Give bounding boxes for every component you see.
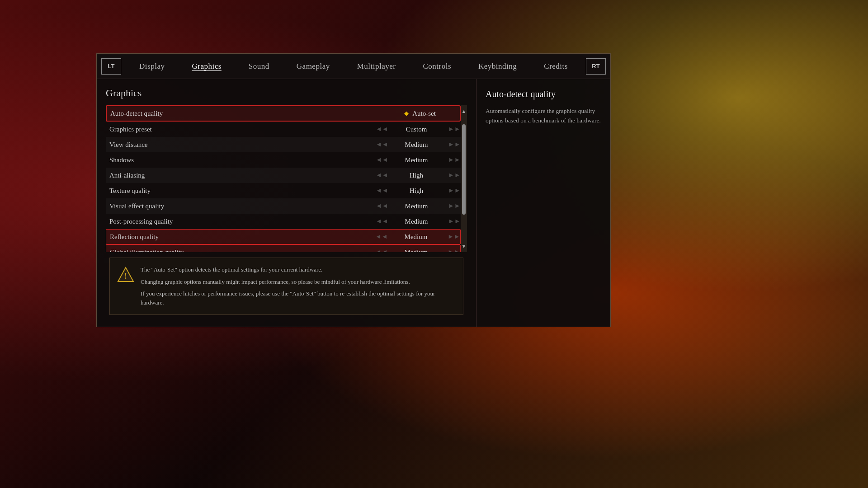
setting-value-global-illumination: Medium xyxy=(384,249,448,253)
shadows-arrow-left[interactable]: ◄ xyxy=(376,157,385,163)
graphics-preset-arrow-right[interactable]: ► xyxy=(448,126,457,132)
setting-row-graphics-preset[interactable]: Graphics preset ◄ Custom ► xyxy=(106,122,461,137)
visual-effect-arrow-right[interactable]: ► xyxy=(448,203,457,209)
tab-sound[interactable]: Sound xyxy=(235,54,283,79)
tab-keybinding[interactable]: Keybinding xyxy=(465,54,530,79)
setting-value-view-distance: Medium xyxy=(385,141,448,149)
nav-right-button[interactable]: RT xyxy=(586,58,606,75)
setting-value-shadows: Medium xyxy=(385,156,448,164)
setting-row-texture-quality[interactable]: Texture quality ◄ High ► xyxy=(106,183,461,198)
content-area: Graphics Auto-detect quality ◆ Auto-set … xyxy=(97,79,610,327)
auto-set-text: Auto-set xyxy=(412,110,436,117)
info-line1: The "Auto-Set" option detects the optima… xyxy=(141,265,455,274)
info-box: ! The "Auto-Set" option detects the opti… xyxy=(109,258,463,315)
warning-icon: ! xyxy=(117,266,134,283)
setting-label-post-processing: Post-processing quality xyxy=(109,218,376,225)
setting-value-texture-quality: High xyxy=(385,187,448,195)
setting-label-texture-quality: Texture quality xyxy=(109,187,376,195)
panel-title: Graphics xyxy=(106,87,467,99)
info-text: The "Auto-Set" option detects the optima… xyxy=(141,265,455,307)
right-panel: Auto-detect quality Automatically config… xyxy=(476,79,610,327)
tab-controls[interactable]: Controls xyxy=(409,54,465,79)
setting-label-graphics-preset: Graphics preset xyxy=(109,126,376,133)
anti-aliasing-arrow-right[interactable]: ► xyxy=(448,172,457,178)
view-distance-arrow-left[interactable]: ◄ xyxy=(376,141,385,148)
setting-row-global-illumination[interactable]: Global illumination quality ◄ Medium ► xyxy=(106,244,461,252)
nav-bar: LT Display Graphics Sound Gameplay Multi… xyxy=(97,54,610,79)
post-processing-arrow-left[interactable]: ◄ xyxy=(376,218,385,225)
global-illumination-arrow-right[interactable]: ► xyxy=(448,249,457,252)
detail-title: Auto-detect quality xyxy=(486,89,601,99)
setting-label-visual-effect: Visual effect quality xyxy=(109,202,376,210)
scroll-up-arrow[interactable]: ▲ xyxy=(462,107,467,115)
texture-quality-arrow-left[interactable]: ◄ xyxy=(376,188,385,194)
view-distance-arrow-right[interactable]: ► xyxy=(448,141,457,148)
tab-graphics[interactable]: Graphics xyxy=(178,54,235,79)
setting-label-view-distance: View distance xyxy=(109,141,376,149)
tab-credits[interactable]: Credits xyxy=(530,54,581,79)
tab-display[interactable]: Display xyxy=(126,54,178,79)
setting-label-shadows: Shadows xyxy=(109,156,376,164)
diamond-icon: ◆ xyxy=(404,110,409,117)
setting-row-post-processing[interactable]: Post-processing quality ◄ Medium ► xyxy=(106,214,461,229)
graphics-preset-arrow-left[interactable]: ◄ xyxy=(376,126,385,132)
settings-dialog: LT Display Graphics Sound Gameplay Multi… xyxy=(96,53,611,327)
settings-rows: Auto-detect quality ◆ Auto-set Graphics … xyxy=(106,105,461,252)
setting-value-post-processing: Medium xyxy=(385,218,448,225)
reflection-arrow-left[interactable]: ◄ xyxy=(375,234,384,240)
main-panel: Graphics Auto-detect quality ◆ Auto-set … xyxy=(97,79,476,327)
setting-value-graphics-preset: Custom xyxy=(385,126,448,133)
info-line3: If you experience hitches or performance… xyxy=(141,289,455,307)
setting-value-visual-effect: Medium xyxy=(385,202,448,210)
setting-value-anti-aliasing: High xyxy=(385,172,448,179)
global-illumination-arrow-left[interactable]: ◄ xyxy=(375,249,384,252)
detail-description: Automatically configure the graphics qua… xyxy=(486,107,601,126)
nav-tabs: Display Graphics Sound Gameplay Multipla… xyxy=(121,54,586,79)
shadows-arrow-right[interactable]: ► xyxy=(448,157,457,163)
setting-row-reflection[interactable]: Reflection quality ◄ Medium ► xyxy=(106,229,461,244)
svg-text:!: ! xyxy=(124,272,127,281)
post-processing-arrow-right[interactable]: ► xyxy=(448,218,457,225)
auto-set-value: ◆ Auto-set xyxy=(384,110,456,117)
setting-label-global-illumination: Global illumination quality xyxy=(110,249,375,253)
setting-row-view-distance[interactable]: View distance ◄ Medium ► xyxy=(106,137,461,152)
info-line2: Changing graphic options manually might … xyxy=(141,277,455,286)
setting-row-shadows[interactable]: Shadows ◄ Medium ► xyxy=(106,152,461,168)
tab-multiplayer[interactable]: Multiplayer xyxy=(344,54,410,79)
visual-effect-arrow-left[interactable]: ◄ xyxy=(376,203,385,209)
setting-label-anti-aliasing: Anti-aliasing xyxy=(109,172,376,179)
setting-row-visual-effect[interactable]: Visual effect quality ◄ Medium ► xyxy=(106,198,461,214)
anti-aliasing-arrow-left[interactable]: ◄ xyxy=(376,172,385,178)
setting-label-auto-detect: Auto-detect quality xyxy=(110,110,384,117)
setting-row-anti-aliasing[interactable]: Anti-aliasing ◄ High ► xyxy=(106,168,461,183)
setting-row-auto-detect[interactable]: Auto-detect quality ◆ Auto-set xyxy=(106,105,461,122)
reflection-arrow-right[interactable]: ► xyxy=(448,234,457,240)
scrollbar-track: ▲ ▼ xyxy=(461,105,467,252)
texture-quality-arrow-right[interactable]: ► xyxy=(448,188,457,194)
tab-gameplay[interactable]: Gameplay xyxy=(283,54,344,79)
settings-area: Auto-detect quality ◆ Auto-set Graphics … xyxy=(106,105,467,252)
setting-label-reflection: Reflection quality xyxy=(110,233,375,241)
scroll-down-arrow[interactable]: ▼ xyxy=(462,242,467,250)
setting-value-reflection: Medium xyxy=(384,233,448,241)
nav-left-button[interactable]: LT xyxy=(101,58,121,75)
scrollbar-thumb[interactable] xyxy=(462,124,466,215)
